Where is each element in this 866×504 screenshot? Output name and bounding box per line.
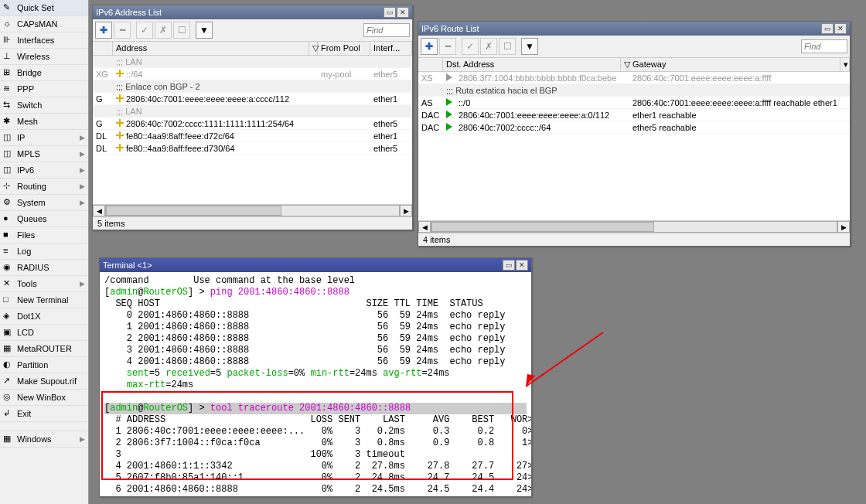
horizontal-scrollbar[interactable]: ◀ ▶	[418, 220, 850, 233]
col-interface[interactable]: Interf...	[370, 42, 412, 55]
sidebar-item-ip[interactable]: ◫IP▶	[0, 130, 88, 146]
sidebar-item-label: Tools	[17, 279, 80, 288]
table-row[interactable]: ;;; LAN	[93, 105, 412, 117]
sidebar-item-quick-set[interactable]: ✎Quick Set	[0, 0, 88, 16]
chevron-right-icon: ▶	[80, 199, 85, 206]
menu-icon: ↗	[3, 376, 14, 387]
table-row[interactable]: XG ::/64my-poolether5	[93, 68, 412, 80]
sidebar-item-new-terminal[interactable]: □New Terminal	[0, 292, 88, 308]
remove-button[interactable]: ━	[439, 38, 456, 55]
disable-button[interactable]: ✗	[480, 38, 497, 55]
sidebar-item-capsman[interactable]: ☼CAPsMAN	[0, 16, 88, 32]
sidebar-item-label: CAPsMAN	[17, 19, 85, 29]
table-header: Dst. Address ▽ Gateway ▾	[418, 58, 850, 72]
close-button[interactable]: ✕	[516, 260, 528, 271]
sidebar-item-files[interactable]: ■Files	[0, 227, 88, 243]
comment-button[interactable]: ☐	[173, 22, 190, 39]
table-row[interactable]: DL fe80::4aa9:8aff:feee:d72c/64ether1	[93, 130, 412, 142]
menu-icon: ✎	[3, 2, 14, 13]
filter-button[interactable]: ▼	[196, 22, 213, 39]
menu-icon: ◫	[3, 165, 14, 175]
disable-button[interactable]: ✗	[155, 22, 172, 39]
status-bar: 4 items	[418, 233, 850, 246]
comment-button[interactable]: ☐	[499, 38, 516, 55]
window-titlebar[interactable]: IPv6 Address List ▭ ✕	[93, 5, 412, 19]
route-icon	[446, 123, 452, 131]
windows-icon: ▦	[3, 434, 14, 444]
sidebar-item-log[interactable]: ≡Log	[0, 243, 88, 260]
window-titlebar[interactable]: IPv6 Route List ▭ ✕	[418, 22, 850, 36]
sidebar-item-system[interactable]: ⚙System▶	[0, 195, 88, 211]
sidebar-item-mesh[interactable]: ✱Mesh	[0, 114, 88, 130]
minimize-button[interactable]: ▭	[821, 23, 834, 34]
terminal-output[interactable]: /command Use command at the base level[a…	[100, 272, 531, 496]
route-icon	[446, 73, 452, 81]
add-button[interactable]: ✚	[421, 38, 438, 55]
sidebar: ✎Quick Set☼CAPsMAN⊪Interfaces⊥Wireless⊞B…	[0, 0, 89, 504]
sidebar-item-mpls[interactable]: ◫MPLS▶	[0, 146, 88, 162]
sidebar-item-routing[interactable]: ⊹Routing▶	[0, 179, 88, 195]
col-address[interactable]: Address	[113, 42, 309, 55]
table-row[interactable]: DAC2806:40c:7002:cccc::/64ether5 reachab…	[418, 121, 850, 134]
sidebar-item-metarouter[interactable]: ▦MetaROUTER	[0, 341, 88, 357]
ipv6-route-window: IPv6 Route List ▭ ✕ ✚ ━ ✓ ✗ ☐ ▼ Dst. Add…	[418, 21, 851, 247]
sidebar-item-label: Mesh	[17, 117, 85, 126]
sidebar-item-ipv6[interactable]: ◫IPv6▶	[0, 162, 88, 179]
sidebar-item-ppp[interactable]: ≋PPP	[0, 81, 88, 97]
add-button[interactable]: ✚	[95, 22, 112, 39]
sidebar-item-new-winbox[interactable]: ◎New WinBox	[0, 390, 88, 406]
col-from-pool[interactable]: From Pool	[318, 42, 370, 55]
close-button[interactable]: ✕	[397, 7, 409, 18]
table-row[interactable]: ;;; LAN	[93, 56, 412, 68]
sidebar-item-lcd[interactable]: ▣LCD	[0, 325, 88, 341]
sidebar-item-label: IP	[17, 133, 80, 142]
sidebar-item-dot1x[interactable]: ◈Dot1X	[0, 308, 88, 325]
sidebar-item-label: Routing	[17, 182, 80, 191]
menu-icon: ✱	[3, 116, 14, 127]
sidebar-item-queues[interactable]: ●Queues	[0, 211, 88, 227]
sidebar-item-exit[interactable]: ↲Exit	[0, 406, 88, 422]
window-title: Terminal <1>	[103, 261, 502, 270]
address-icon	[116, 119, 124, 127]
table-row[interactable]: XS2806:3f7:1004:bbbb:bbbb:bbbb:f0ca:bebe…	[418, 72, 850, 84]
table-row[interactable]: G 2806:40c:7001:eeee:eeee:eeee:a:cccc/11…	[93, 93, 412, 105]
menu-icon: ◎	[3, 392, 14, 403]
chevron-right-icon: ▶	[80, 166, 85, 174]
filter-button[interactable]: ▼	[521, 38, 538, 55]
sidebar-item-partition[interactable]: ◐Partition	[0, 357, 88, 373]
sidebar-item-interfaces[interactable]: ⊪Interfaces	[0, 32, 88, 49]
table-row[interactable]: ;;; Enlace con BGP - 2	[93, 80, 412, 93]
sidebar-item-switch[interactable]: ⇆Switch	[0, 97, 88, 114]
enable-button[interactable]: ✓	[136, 22, 153, 39]
table-body: ;;; LANXG ::/64my-poolether5;;; Enlace c…	[93, 56, 412, 204]
route-icon	[446, 98, 452, 106]
sidebar-item-radius[interactable]: ◉RADIUS	[0, 260, 88, 276]
address-icon	[116, 144, 124, 152]
sidebar-item-label: Log	[17, 247, 85, 256]
remove-button[interactable]: ━	[114, 22, 131, 39]
sidebar-item-wireless[interactable]: ⊥Wireless	[0, 49, 88, 65]
find-input[interactable]	[363, 23, 410, 37]
minimize-button[interactable]: ▭	[503, 260, 515, 271]
window-titlebar[interactable]: Terminal <1> ▭ ✕	[100, 258, 531, 272]
enable-button[interactable]: ✓	[462, 38, 479, 55]
table-row[interactable]: DL fe80::4aa9:8aff:feee:d730/64ether5	[93, 142, 412, 155]
horizontal-scrollbar[interactable]: ◀ ▶	[93, 204, 412, 216]
table-row[interactable]: AS::/02806:40c:7001:eeee:eeee:eeee:a:fff…	[418, 97, 850, 109]
table-row[interactable]: G 2806:40c:7002:cccc:1111:1111:1111:254/…	[93, 117, 412, 130]
col-dropdown[interactable]: ▾	[840, 58, 850, 71]
sidebar-item-tools[interactable]: ✕Tools▶	[0, 276, 88, 292]
sidebar-item-windows[interactable]: ▦ Windows ▶	[0, 431, 88, 448]
find-input[interactable]	[801, 39, 847, 53]
menu-icon: ◫	[3, 132, 14, 143]
menu-icon: ◫	[3, 148, 14, 159]
col-dst-address[interactable]: Dst. Address	[443, 58, 621, 71]
sidebar-item-make-supout.rif[interactable]: ↗Make Supout.rif	[0, 373, 88, 390]
sidebar-item-bridge[interactable]: ⊞Bridge	[0, 65, 88, 81]
sidebar-item-label: RADIUS	[17, 263, 85, 272]
col-gateway[interactable]: Gateway	[629, 58, 840, 71]
close-button[interactable]: ✕	[834, 23, 847, 34]
table-row[interactable]: DAC2806:40c:7001:eeee:eeee:eeee:a:0/112e…	[418, 109, 850, 121]
minimize-button[interactable]: ▭	[384, 7, 396, 18]
table-row[interactable]: ;;; Ruta estatica hacia el BGP	[418, 84, 850, 97]
